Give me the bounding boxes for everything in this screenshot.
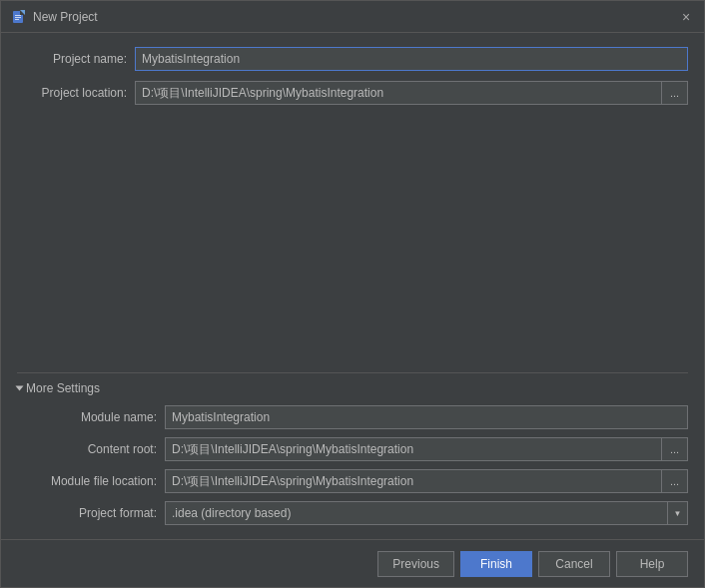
help-button[interactable]: Help xyxy=(616,551,688,577)
title-bar-left: New Project xyxy=(11,9,98,25)
more-settings-label: More Settings xyxy=(26,381,100,395)
new-project-dialog: New Project × Project name: Project loca… xyxy=(0,0,705,588)
project-location-label: Project location: xyxy=(17,86,127,100)
close-button[interactable]: × xyxy=(678,9,694,25)
module-file-browse-button[interactable]: ... xyxy=(662,469,688,493)
dialog-body: Project name: Project location: ... More… xyxy=(1,33,704,539)
svg-rect-3 xyxy=(15,15,21,16)
new-project-icon xyxy=(11,9,27,25)
content-root-browse-button[interactable]: ... xyxy=(662,437,688,461)
module-name-row: Module name: xyxy=(17,405,688,429)
project-format-select-group: .idea (directory based) xyxy=(165,501,688,525)
title-bar: New Project × xyxy=(1,1,704,33)
project-location-row: Project location: ... xyxy=(17,81,688,105)
svg-rect-4 xyxy=(15,17,21,18)
project-name-row: Project name: xyxy=(17,47,688,71)
dialog-footer: Previous Finish Cancel Help xyxy=(1,539,704,587)
previous-button[interactable]: Previous xyxy=(377,551,454,577)
content-root-input-group: ... xyxy=(165,437,688,461)
project-location-input[interactable] xyxy=(135,81,662,105)
project-location-input-group: ... xyxy=(135,81,688,105)
more-settings-form: Module name: Content root: ... Module fi… xyxy=(17,405,688,525)
module-name-input[interactable] xyxy=(165,405,688,429)
project-format-dropdown-arrow[interactable] xyxy=(668,501,688,525)
content-root-input[interactable] xyxy=(165,437,662,461)
module-file-input[interactable] xyxy=(165,469,662,493)
project-format-row: Project format: .idea (directory based) xyxy=(17,501,688,525)
finish-button[interactable]: Finish xyxy=(460,551,532,577)
project-format-label: Project format: xyxy=(17,506,157,520)
module-file-label: Module file location: xyxy=(17,474,157,488)
project-location-browse-button[interactable]: ... xyxy=(662,81,688,105)
project-format-select[interactable]: .idea (directory based) xyxy=(165,501,668,525)
more-settings-section: More Settings Module name: Content root:… xyxy=(17,372,688,525)
module-file-input-group: ... xyxy=(165,469,688,493)
content-root-row: Content root: ... xyxy=(17,437,688,461)
project-name-label: Project name: xyxy=(17,52,127,66)
svg-rect-5 xyxy=(15,19,19,20)
dialog-title: New Project xyxy=(33,10,98,24)
module-name-label: Module name: xyxy=(17,410,157,424)
more-settings-header[interactable]: More Settings xyxy=(17,381,688,395)
cancel-button[interactable]: Cancel xyxy=(538,551,610,577)
spacer xyxy=(17,115,688,362)
expand-triangle-icon xyxy=(16,386,24,391)
module-file-row: Module file location: ... xyxy=(17,469,688,493)
content-root-label: Content root: xyxy=(17,442,157,456)
project-name-input[interactable] xyxy=(135,47,688,71)
